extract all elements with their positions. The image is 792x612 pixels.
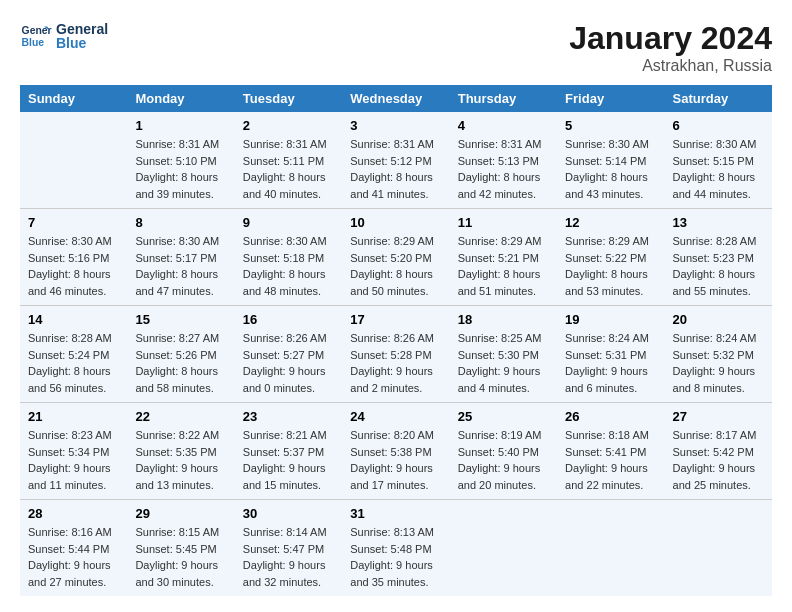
day-info: Sunrise: 8:30 AMSunset: 5:15 PMDaylight:… (673, 136, 764, 202)
calendar-cell: 20Sunrise: 8:24 AMSunset: 5:32 PMDayligh… (665, 306, 772, 402)
column-header-thursday: Thursday (450, 85, 557, 112)
page-header: General Blue General Blue January 2024 A… (20, 20, 772, 75)
calendar-cell: 4Sunrise: 8:31 AMSunset: 5:13 PMDaylight… (450, 112, 557, 208)
calendar-cell: 26Sunrise: 8:18 AMSunset: 5:41 PMDayligh… (557, 403, 664, 499)
day-number: 17 (350, 312, 441, 327)
week-row-5: 28Sunrise: 8:16 AMSunset: 5:44 PMDayligh… (20, 500, 772, 596)
calendar-cell: 30Sunrise: 8:14 AMSunset: 5:47 PMDayligh… (235, 500, 342, 596)
calendar-cell: 25Sunrise: 8:19 AMSunset: 5:40 PMDayligh… (450, 403, 557, 499)
day-info: Sunrise: 8:16 AMSunset: 5:44 PMDaylight:… (28, 524, 119, 590)
calendar-cell: 12Sunrise: 8:29 AMSunset: 5:22 PMDayligh… (557, 209, 664, 305)
calendar-body: 1Sunrise: 8:31 AMSunset: 5:10 PMDaylight… (20, 112, 772, 596)
calendar-cell: 1Sunrise: 8:31 AMSunset: 5:10 PMDaylight… (127, 112, 234, 208)
calendar-table: SundayMondayTuesdayWednesdayThursdayFrid… (20, 85, 772, 596)
svg-text:Blue: Blue (22, 37, 45, 48)
day-info: Sunrise: 8:26 AMSunset: 5:28 PMDaylight:… (350, 330, 441, 396)
calendar-cell (20, 112, 127, 208)
day-number: 30 (243, 506, 334, 521)
day-info: Sunrise: 8:29 AMSunset: 5:22 PMDaylight:… (565, 233, 656, 299)
day-info: Sunrise: 8:19 AMSunset: 5:40 PMDaylight:… (458, 427, 549, 493)
week-row-2: 7Sunrise: 8:30 AMSunset: 5:16 PMDaylight… (20, 209, 772, 305)
title-block: January 2024 Astrakhan, Russia (569, 20, 772, 75)
day-info: Sunrise: 8:31 AMSunset: 5:12 PMDaylight:… (350, 136, 441, 202)
day-info: Sunrise: 8:21 AMSunset: 5:37 PMDaylight:… (243, 427, 334, 493)
calendar-cell: 29Sunrise: 8:15 AMSunset: 5:45 PMDayligh… (127, 500, 234, 596)
day-info: Sunrise: 8:15 AMSunset: 5:45 PMDaylight:… (135, 524, 226, 590)
day-number: 12 (565, 215, 656, 230)
day-number: 11 (458, 215, 549, 230)
day-number: 6 (673, 118, 764, 133)
day-info: Sunrise: 8:20 AMSunset: 5:38 PMDaylight:… (350, 427, 441, 493)
calendar-cell: 27Sunrise: 8:17 AMSunset: 5:42 PMDayligh… (665, 403, 772, 499)
day-number: 9 (243, 215, 334, 230)
day-number: 8 (135, 215, 226, 230)
day-info: Sunrise: 8:24 AMSunset: 5:32 PMDaylight:… (673, 330, 764, 396)
logo: General Blue General Blue (20, 20, 108, 52)
day-number: 23 (243, 409, 334, 424)
day-info: Sunrise: 8:18 AMSunset: 5:41 PMDaylight:… (565, 427, 656, 493)
column-header-monday: Monday (127, 85, 234, 112)
calendar-cell: 16Sunrise: 8:26 AMSunset: 5:27 PMDayligh… (235, 306, 342, 402)
day-info: Sunrise: 8:23 AMSunset: 5:34 PMDaylight:… (28, 427, 119, 493)
day-number: 14 (28, 312, 119, 327)
day-info: Sunrise: 8:24 AMSunset: 5:31 PMDaylight:… (565, 330, 656, 396)
calendar-cell (450, 500, 557, 596)
day-number: 19 (565, 312, 656, 327)
week-row-1: 1Sunrise: 8:31 AMSunset: 5:10 PMDaylight… (20, 112, 772, 208)
calendar-cell: 6Sunrise: 8:30 AMSunset: 5:15 PMDaylight… (665, 112, 772, 208)
day-number: 13 (673, 215, 764, 230)
day-number: 22 (135, 409, 226, 424)
day-number: 10 (350, 215, 441, 230)
main-title: January 2024 (569, 20, 772, 57)
calendar-cell: 17Sunrise: 8:26 AMSunset: 5:28 PMDayligh… (342, 306, 449, 402)
day-number: 15 (135, 312, 226, 327)
day-info: Sunrise: 8:22 AMSunset: 5:35 PMDaylight:… (135, 427, 226, 493)
week-row-3: 14Sunrise: 8:28 AMSunset: 5:24 PMDayligh… (20, 306, 772, 402)
day-info: Sunrise: 8:29 AMSunset: 5:20 PMDaylight:… (350, 233, 441, 299)
subtitle: Astrakhan, Russia (569, 57, 772, 75)
day-info: Sunrise: 8:31 AMSunset: 5:13 PMDaylight:… (458, 136, 549, 202)
calendar-cell: 28Sunrise: 8:16 AMSunset: 5:44 PMDayligh… (20, 500, 127, 596)
day-number: 16 (243, 312, 334, 327)
column-header-friday: Friday (557, 85, 664, 112)
day-info: Sunrise: 8:26 AMSunset: 5:27 PMDaylight:… (243, 330, 334, 396)
day-info: Sunrise: 8:28 AMSunset: 5:23 PMDaylight:… (673, 233, 764, 299)
day-number: 20 (673, 312, 764, 327)
day-info: Sunrise: 8:31 AMSunset: 5:10 PMDaylight:… (135, 136, 226, 202)
day-info: Sunrise: 8:30 AMSunset: 5:14 PMDaylight:… (565, 136, 656, 202)
calendar-cell: 11Sunrise: 8:29 AMSunset: 5:21 PMDayligh… (450, 209, 557, 305)
day-number: 26 (565, 409, 656, 424)
calendar-cell: 15Sunrise: 8:27 AMSunset: 5:26 PMDayligh… (127, 306, 234, 402)
day-number: 3 (350, 118, 441, 133)
day-number: 25 (458, 409, 549, 424)
week-row-4: 21Sunrise: 8:23 AMSunset: 5:34 PMDayligh… (20, 403, 772, 499)
calendar-cell: 23Sunrise: 8:21 AMSunset: 5:37 PMDayligh… (235, 403, 342, 499)
day-number: 24 (350, 409, 441, 424)
day-number: 4 (458, 118, 549, 133)
day-info: Sunrise: 8:30 AMSunset: 5:18 PMDaylight:… (243, 233, 334, 299)
calendar-cell: 9Sunrise: 8:30 AMSunset: 5:18 PMDaylight… (235, 209, 342, 305)
day-info: Sunrise: 8:31 AMSunset: 5:11 PMDaylight:… (243, 136, 334, 202)
day-number: 27 (673, 409, 764, 424)
day-info: Sunrise: 8:30 AMSunset: 5:16 PMDaylight:… (28, 233, 119, 299)
calendar-cell: 24Sunrise: 8:20 AMSunset: 5:38 PMDayligh… (342, 403, 449, 499)
calendar-cell: 5Sunrise: 8:30 AMSunset: 5:14 PMDaylight… (557, 112, 664, 208)
day-info: Sunrise: 8:28 AMSunset: 5:24 PMDaylight:… (28, 330, 119, 396)
day-info: Sunrise: 8:25 AMSunset: 5:30 PMDaylight:… (458, 330, 549, 396)
day-number: 1 (135, 118, 226, 133)
column-header-wednesday: Wednesday (342, 85, 449, 112)
day-number: 29 (135, 506, 226, 521)
calendar-cell: 14Sunrise: 8:28 AMSunset: 5:24 PMDayligh… (20, 306, 127, 402)
calendar-cell: 8Sunrise: 8:30 AMSunset: 5:17 PMDaylight… (127, 209, 234, 305)
day-number: 7 (28, 215, 119, 230)
calendar-cell (665, 500, 772, 596)
calendar-cell: 3Sunrise: 8:31 AMSunset: 5:12 PMDaylight… (342, 112, 449, 208)
logo-line2: Blue (56, 35, 108, 51)
day-info: Sunrise: 8:17 AMSunset: 5:42 PMDaylight:… (673, 427, 764, 493)
logo-icon: General Blue (20, 20, 52, 52)
day-number: 21 (28, 409, 119, 424)
calendar-header-row: SundayMondayTuesdayWednesdayThursdayFrid… (20, 85, 772, 112)
calendar-cell: 19Sunrise: 8:24 AMSunset: 5:31 PMDayligh… (557, 306, 664, 402)
calendar-cell: 31Sunrise: 8:13 AMSunset: 5:48 PMDayligh… (342, 500, 449, 596)
calendar-cell: 7Sunrise: 8:30 AMSunset: 5:16 PMDaylight… (20, 209, 127, 305)
